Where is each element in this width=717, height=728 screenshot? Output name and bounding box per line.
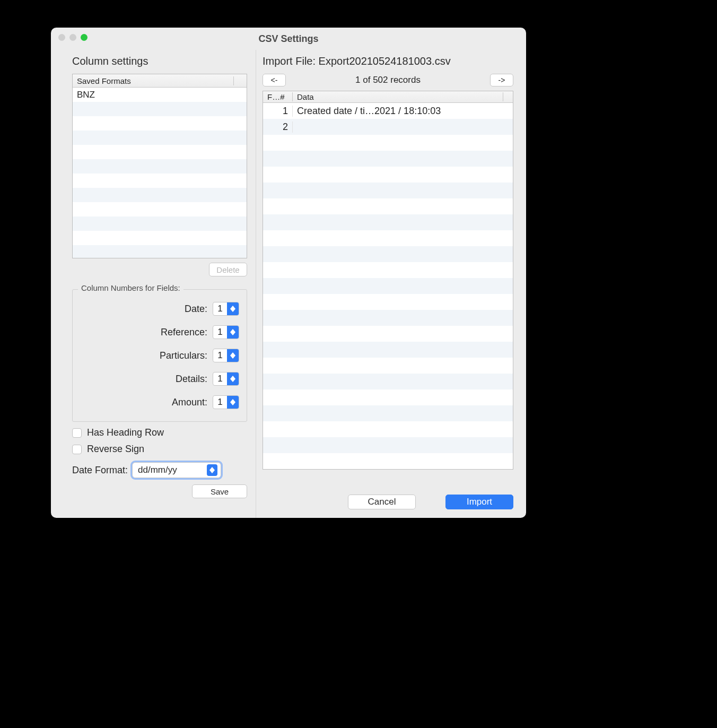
window-controls (58, 34, 88, 41)
date-label: Date: (80, 304, 207, 315)
record-status: 1 of 502 records (355, 75, 421, 85)
reference-stepper[interactable]: 1 (213, 325, 239, 339)
table-row[interactable] (263, 310, 513, 326)
table-row[interactable] (263, 453, 513, 469)
window-title: CSV Settings (51, 33, 526, 45)
table-row[interactable] (263, 421, 513, 437)
reference-field-row: Reference: 1 (80, 320, 239, 344)
date-field-row: Date: 1 (80, 297, 239, 320)
table-row[interactable] (263, 151, 513, 167)
has-heading-checkbox-row: Has Heading Row (72, 427, 247, 438)
saved-format-row[interactable] (73, 116, 247, 131)
date-stepper[interactable]: 1 (213, 302, 239, 316)
amount-label: Amount: (80, 397, 207, 408)
has-heading-label: Has Heading Row (87, 427, 164, 438)
amount-field-row: Amount: 1 (80, 391, 239, 414)
saved-format-name: BNZ (73, 90, 99, 100)
cancel-button[interactable]: Cancel (348, 495, 416, 509)
particulars-field-row: Particulars: 1 (80, 344, 239, 367)
table-row[interactable] (263, 326, 513, 342)
saved-formats-table[interactable]: Saved Formats BNZ (72, 74, 247, 258)
table-row[interactable] (263, 294, 513, 310)
chevron-up-down-icon (207, 464, 217, 476)
particulars-stepper[interactable]: 1 (213, 349, 239, 362)
table-row[interactable] (263, 135, 513, 151)
table-row[interactable]: 1 Created date / ti…2021 / 18:10:03 (263, 103, 513, 119)
date-format-value: dd/mm/yy (138, 465, 177, 475)
reverse-sign-label: Reverse Sign (87, 444, 144, 455)
minimize-window-button[interactable] (69, 34, 76, 41)
zoom-window-button[interactable] (81, 34, 88, 41)
record-nav: <- 1 of 502 records -> (263, 74, 513, 86)
table-row[interactable] (263, 167, 513, 183)
delete-format-button[interactable]: Delete (209, 263, 247, 276)
saved-format-row[interactable] (73, 131, 247, 145)
date-format-label: Date Format: (72, 465, 128, 476)
saved-format-row[interactable]: BNZ (73, 88, 247, 102)
saved-formats-header-row: Saved Formats (73, 74, 247, 88)
table-row[interactable] (263, 262, 513, 278)
table-row[interactable] (263, 246, 513, 262)
import-file-heading: Import File: Export20210524181003.csv (263, 55, 513, 67)
table-row[interactable] (263, 358, 513, 374)
stepper-arrow (227, 396, 239, 409)
dialog-window: CSV Settings Column settings Saved Forma… (51, 28, 526, 518)
table-row[interactable] (263, 183, 513, 198)
date-format-row: Date Format: dd/mm/yy (72, 462, 247, 478)
amount-stepper[interactable]: 1 (213, 395, 239, 409)
saved-format-row[interactable] (73, 216, 247, 231)
prev-record-button[interactable]: <- (263, 74, 286, 86)
saved-format-row[interactable] (73, 159, 247, 174)
saved-format-row[interactable] (73, 245, 247, 258)
details-label: Details: (80, 374, 207, 385)
column-settings-heading: Column settings (72, 55, 247, 67)
saved-format-row[interactable] (73, 102, 247, 116)
row-number: 2 (263, 122, 293, 133)
table-row[interactable]: 2 (263, 119, 513, 135)
date-value: 1 (213, 304, 227, 314)
reference-label: Reference: (80, 327, 207, 338)
import-data-table[interactable]: F…# Data 1 Created date / ti…2021 / 18:1… (263, 91, 513, 470)
table-row[interactable] (263, 437, 513, 453)
row-number: 1 (263, 106, 293, 117)
next-record-button[interactable]: -> (490, 74, 513, 86)
saved-format-row[interactable] (73, 188, 247, 202)
row-data: Created date / ti…2021 / 18:10:03 (293, 106, 503, 117)
amount-value: 1 (213, 397, 227, 408)
has-heading-checkbox[interactable] (72, 428, 82, 438)
particulars-label: Particulars: (80, 350, 207, 361)
reverse-sign-checkbox-row: Reverse Sign (72, 444, 247, 455)
date-format-select[interactable]: dd/mm/yy (132, 462, 221, 478)
stepper-arrow (227, 372, 239, 385)
dialog-footer: Cancel Import (348, 495, 513, 509)
table-row[interactable] (263, 230, 513, 246)
table-row[interactable] (263, 214, 513, 230)
stepper-arrow (227, 349, 239, 362)
saved-format-row[interactable] (73, 202, 247, 216)
table-row[interactable] (263, 198, 513, 214)
table-row[interactable] (263, 389, 513, 405)
col-field-number: F…# (263, 92, 293, 101)
column-numbers-fieldset: Column Numbers for Fields: Date: 1 (72, 289, 247, 422)
saved-format-row[interactable] (73, 145, 247, 159)
table-row[interactable] (263, 405, 513, 421)
table-row[interactable] (263, 342, 513, 358)
import-table-header: F…# Data (263, 91, 513, 103)
reverse-sign-checkbox[interactable] (72, 445, 82, 454)
titlebar: CSV Settings (51, 28, 526, 50)
details-field-row: Details: 1 (80, 367, 239, 391)
saved-format-row[interactable] (73, 174, 247, 188)
close-window-button[interactable] (58, 34, 65, 41)
table-row[interactable] (263, 278, 513, 294)
saved-format-row[interactable] (73, 231, 247, 245)
stepper-arrow (227, 326, 239, 339)
details-stepper[interactable]: 1 (213, 372, 239, 386)
reference-value: 1 (213, 327, 227, 337)
save-button[interactable]: Save (192, 484, 247, 498)
table-row[interactable] (263, 374, 513, 389)
import-button[interactable]: Import (445, 495, 513, 509)
col-data: Data (293, 92, 503, 101)
content: Column settings Saved Formats BNZ (51, 50, 526, 518)
left-pane: Column settings Saved Formats BNZ (51, 50, 256, 518)
particulars-value: 1 (213, 350, 227, 361)
